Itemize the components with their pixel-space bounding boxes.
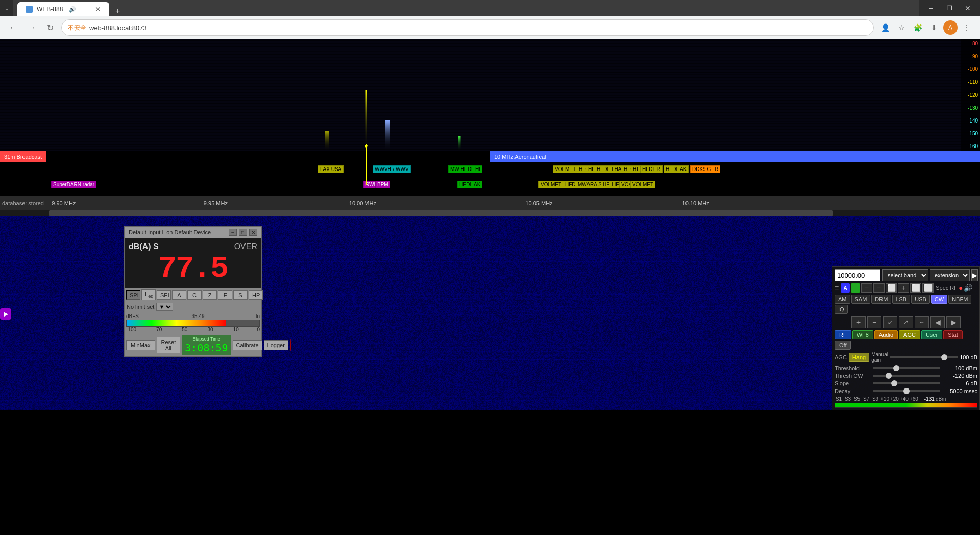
extension-icon[interactable]: 🧩 bbox=[911, 20, 925, 35]
signal-wwvh[interactable]: WWVH / WWV bbox=[373, 165, 411, 173]
spl-minimize-button[interactable]: − bbox=[229, 229, 237, 236]
record-button[interactable] bbox=[290, 339, 291, 351]
avatar-icon[interactable]: A bbox=[943, 20, 958, 35]
spl-btn-sel[interactable]: SEL bbox=[157, 290, 171, 300]
h-scrollbar[interactable] bbox=[0, 210, 980, 216]
minmax-button[interactable]: MinMax bbox=[126, 340, 155, 350]
demod-iq[interactable]: IQ bbox=[835, 305, 848, 314]
tab-close-button[interactable]: ✕ bbox=[95, 5, 101, 13]
tab-rf[interactable]: RF bbox=[835, 330, 851, 339]
tab-user[interactable]: User bbox=[921, 330, 942, 339]
nav-width-btn[interactable]: ↔ bbox=[915, 316, 929, 328]
mode-row: ≡ A − − ⬜ + ⬜ ⬜ Spec RF ● 🔊 bbox=[835, 283, 977, 293]
demod-lsb[interactable]: LSB bbox=[892, 295, 910, 304]
spl-meter-window: Default Input L on Default Device − □ ✕ … bbox=[124, 226, 262, 357]
db-info: database: stored bbox=[2, 200, 44, 206]
tab-agc[interactable]: AGC bbox=[899, 330, 920, 339]
tab-off[interactable]: Off bbox=[835, 341, 851, 350]
band-label-31m: 31m Broadcast bbox=[0, 151, 46, 162]
signal-hfdl-r[interactable]: HFDL R bbox=[640, 165, 663, 173]
menu-icon[interactable]: ≡ bbox=[835, 284, 839, 292]
back-button[interactable]: ← bbox=[6, 20, 20, 35]
nav-right-btn[interactable]: ▶ bbox=[946, 316, 961, 328]
demod-am[interactable]: AM bbox=[835, 295, 850, 304]
signal-bpm[interactable]: BPM bbox=[375, 181, 390, 188]
play-button[interactable]: ▶ bbox=[971, 269, 978, 281]
spl-btn-s[interactable]: S bbox=[233, 290, 248, 300]
zoom-minus-btn[interactable]: − bbox=[867, 316, 881, 328]
signal-hfdl-tha[interactable]: HFDL THA bbox=[595, 165, 623, 173]
freq-input[interactable] bbox=[835, 269, 880, 281]
select-band-dropdown[interactable]: select band bbox=[882, 269, 928, 281]
spl-btn-f[interactable]: F bbox=[218, 290, 232, 300]
spl-value: 77.5 bbox=[129, 253, 257, 284]
spl-btn-a[interactable]: A bbox=[172, 290, 186, 300]
signal-fax-usa[interactable]: FAX USA bbox=[318, 165, 344, 173]
mode-indicator-a[interactable]: A bbox=[841, 283, 850, 293]
hang-button[interactable]: Hang bbox=[849, 353, 869, 362]
signal-ddk9-ger[interactable]: DDK9 GER bbox=[690, 165, 720, 173]
demod-usb[interactable]: USB bbox=[911, 295, 930, 304]
spec-rf-label: Spec RF bbox=[936, 285, 958, 291]
nav-collapse-btn[interactable]: ↙ bbox=[883, 316, 897, 328]
active-tab[interactable]: WEB-888 🔊 ✕ bbox=[17, 2, 109, 16]
new-tab-button[interactable]: + bbox=[111, 6, 124, 16]
nav-expand-btn[interactable]: ↗ bbox=[899, 316, 913, 328]
demod-nbfm[interactable]: NBFM bbox=[948, 295, 971, 304]
signal-hfdl-ak-2[interactable]: HFDL AK bbox=[457, 181, 482, 188]
signal-volmet-3[interactable]: VOLMET bbox=[630, 181, 655, 188]
spl-close-button[interactable]: ✕ bbox=[249, 229, 257, 236]
demod-sam[interactable]: SAM bbox=[851, 295, 871, 304]
zoom-expand-button[interactable]: + bbox=[898, 283, 909, 293]
address-box[interactable]: 不安全 web-888.local:8073 bbox=[61, 19, 874, 36]
star-icon[interactable]: ☆ bbox=[894, 20, 909, 35]
nav-left-btn[interactable]: ◀ bbox=[930, 316, 945, 328]
tab-wf8[interactable]: WF8 bbox=[852, 330, 873, 339]
demod-drm[interactable]: DRM bbox=[871, 295, 891, 304]
zoom-full-button[interactable]: ⬜ bbox=[922, 283, 934, 293]
tab-audio[interactable]: Audio bbox=[874, 330, 898, 339]
spl-btn-hp[interactable]: HP bbox=[249, 290, 263, 300]
forward-button[interactable]: → bbox=[24, 20, 39, 35]
profile-icon[interactable]: 👤 bbox=[878, 20, 892, 35]
elapsed-time: 3:08:59 bbox=[185, 342, 228, 354]
minimize-button[interactable]: − bbox=[923, 0, 939, 16]
no-limit-select[interactable]: ▼ bbox=[156, 303, 173, 311]
play-side-button[interactable]: ▶ bbox=[0, 308, 11, 320]
logger-button[interactable]: Logger bbox=[264, 340, 288, 350]
zoom-collapse-button[interactable]: ⬜ bbox=[886, 283, 897, 293]
demod-cw[interactable]: CW bbox=[931, 295, 947, 304]
extension-select[interactable]: extension bbox=[930, 269, 970, 281]
spl-btn-z[interactable]: Z bbox=[203, 290, 217, 300]
gain-slider[interactable] bbox=[890, 356, 958, 358]
tab-stat[interactable]: Stat bbox=[943, 330, 963, 339]
zoom-fit-button[interactable]: ⬜ bbox=[910, 283, 921, 293]
spl-btn-c[interactable]: C bbox=[187, 290, 202, 300]
signal-mw-hfdl-hi[interactable]: MW HFDL HI bbox=[448, 165, 482, 173]
signal-superdarn[interactable]: SuperDARN radar bbox=[51, 181, 96, 188]
zoom-in-button[interactable]: − bbox=[873, 283, 885, 293]
thresh-cw-slider[interactable] bbox=[873, 375, 940, 377]
menu-icon[interactable]: ⋮ bbox=[960, 20, 974, 35]
slope-slider[interactable] bbox=[873, 382, 940, 384]
toolbar-icons: 👤 ☆ 🧩 ⬇ A ⋮ bbox=[878, 20, 974, 35]
signal-hfdl-ak[interactable]: HFDL AK bbox=[664, 165, 689, 173]
spl-btn-spl[interactable]: SPL bbox=[126, 290, 140, 300]
signal-volmet-2[interactable]: VOLMET bbox=[538, 181, 564, 188]
threshold-slider[interactable] bbox=[873, 367, 940, 369]
spl-over: OVER bbox=[234, 242, 257, 251]
calibrate-button[interactable]: Calibrate bbox=[233, 340, 262, 350]
decay-slider[interactable] bbox=[873, 390, 940, 392]
spl-btn-leq[interactable]: Leq bbox=[141, 289, 156, 300]
spl-restore-button[interactable]: □ bbox=[239, 229, 247, 236]
zoom-plus-btn[interactable]: + bbox=[851, 316, 866, 328]
close-button[interactable]: ✕ bbox=[960, 0, 976, 16]
dbfs-scale-0: 0 bbox=[257, 327, 260, 332]
signal-volmet-1[interactable]: VOLMET bbox=[553, 165, 578, 173]
reload-button[interactable]: ↻ bbox=[43, 20, 57, 35]
h-scrollbar-thumb[interactable] bbox=[49, 210, 833, 216]
reset-all-button[interactable]: Reset All bbox=[157, 337, 181, 353]
zoom-out-button[interactable]: − bbox=[861, 283, 872, 293]
restore-button[interactable]: ❐ bbox=[941, 0, 958, 16]
download-icon[interactable]: ⬇ bbox=[927, 20, 941, 35]
